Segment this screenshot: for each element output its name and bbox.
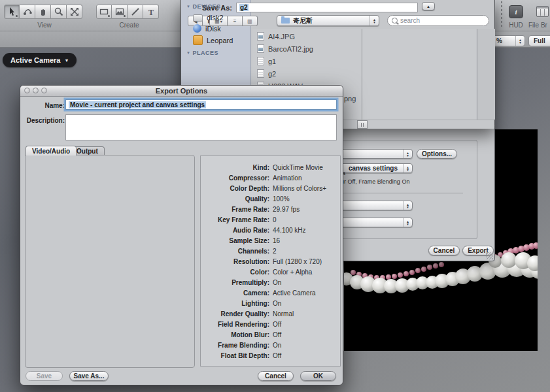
device-icon (193, 35, 203, 45)
close-icon[interactable] (24, 88, 30, 93)
description-field[interactable] (65, 114, 337, 140)
device-name: Leopard (207, 37, 233, 44)
summary-row: Channels: 2 (201, 246, 340, 256)
pink-pearl (439, 262, 444, 267)
preview-column (362, 29, 476, 120)
summary-label: Channels: (201, 248, 269, 255)
zoom-level-value: % (496, 37, 502, 44)
places-header: ▼ PLACES (186, 50, 218, 56)
display-mode-popup[interactable]: Full ▲▼ (528, 35, 550, 46)
pan-hand-tool[interactable] (35, 5, 51, 19)
stepper-arrows-icon: ▲▼ (403, 218, 412, 227)
summary-value: Full (1280 x 720) (273, 258, 322, 265)
hud-button[interactable]: i (509, 5, 523, 18)
list-view-button[interactable]: ≡ (228, 16, 243, 26)
svg-text:T: T (148, 8, 153, 17)
summary-label: Color: (201, 269, 269, 276)
zoom-window-icon[interactable] (41, 88, 47, 93)
summary-value: Animation (273, 174, 301, 182)
summary-label: Field Rendering: (201, 321, 269, 328)
summary-value: Off (273, 331, 281, 338)
device-name: iDisk (205, 25, 221, 33)
summary-row: Camera: Active Camera (201, 287, 340, 298)
create-tool-group: T (96, 5, 159, 19)
summary-row: Compressor: Animation (201, 172, 340, 183)
summary-row: Field Rendering: Off (201, 319, 340, 329)
zoom-tool[interactable] (51, 5, 67, 19)
video-audio-pane (25, 155, 195, 368)
summary-label: Color Depth: (201, 185, 269, 192)
file-icon (257, 69, 264, 78)
collapse-sheet-button[interactable]: ▲ (422, 2, 435, 10)
hud-icon: i (509, 5, 523, 18)
ok-button[interactable]: OK (300, 371, 336, 381)
column-resize-handle[interactable] (357, 120, 368, 129)
summary-value: 44.100 kHz (273, 227, 306, 234)
devices-header: ▼ DEVICES (186, 3, 220, 10)
pink-pearl (392, 274, 397, 279)
resize-grip[interactable] (486, 252, 493, 259)
summary-label: Float Bit Depth: (201, 352, 269, 359)
name-field[interactable]: Movie - current project and canvas setti… (65, 99, 337, 110)
summary-label: Premultiply: (201, 279, 269, 286)
summary-value: QuickTime Movie (273, 164, 323, 171)
sidebar-device-item[interactable]: Leopard (193, 35, 233, 45)
dialog-titlebar[interactable]: Export Options (20, 86, 343, 97)
device-icon (193, 14, 203, 22)
column-view-icon: ▥ (247, 18, 252, 24)
file-icon (257, 32, 264, 41)
options-button[interactable]: Options... (417, 149, 457, 159)
summary-value: On (273, 279, 281, 286)
pink-pearl (404, 271, 409, 276)
stepper-arrows-icon: ▲▼ (403, 164, 412, 172)
file-browser-button[interactable] (535, 5, 549, 18)
bezier-tool[interactable] (20, 5, 35, 19)
save-button: Save (26, 371, 63, 381)
summary-label: Lighting: (201, 300, 269, 307)
file-row[interactable]: g2 (252, 67, 361, 80)
sidebar-device-item[interactable]: disk2 (193, 13, 224, 22)
summary-label: Frame Blending: (201, 342, 269, 349)
shape-tool[interactable] (112, 5, 128, 19)
save-as-button[interactable]: Save As... (69, 371, 109, 381)
view-group-label: View (4, 22, 85, 29)
pink-pearl (427, 265, 432, 270)
file-name: BarcoATI2.jpg (268, 45, 313, 53)
rectangle-tool[interactable] (96, 5, 112, 19)
file-row[interactable]: BarcoATI2.jpg (252, 42, 361, 55)
column-view-button[interactable]: ▥ (243, 16, 258, 26)
device-icon (193, 24, 201, 33)
summary-value: Color + Alpha (273, 269, 312, 276)
sidebar-device-item[interactable]: iDisk (193, 24, 221, 33)
summary-label: Render Quality: (201, 310, 269, 318)
select-arrow-tool[interactable] (4, 5, 20, 19)
view-tool-group (4, 5, 82, 19)
transform-tool[interactable] (67, 5, 82, 19)
cancel-button[interactable]: Cancel (258, 371, 294, 381)
summary-row: Key Frame Rate: 0 (201, 214, 340, 225)
summary-row: Sample Size: 16 (201, 235, 340, 246)
location-popup[interactable]: 奇尼斯 ▲▼ (277, 15, 379, 26)
file-row[interactable]: g1 (252, 55, 361, 67)
stepper-arrows-icon: ▲▼ (403, 150, 412, 158)
summary-row: Render Quality: Normal (201, 308, 340, 319)
summary-row: Premultiply: On (201, 277, 340, 287)
active-camera-popup[interactable]: Active Camera ▼ (3, 53, 77, 67)
export-use-value: canvas settings (349, 165, 398, 172)
text-tool[interactable]: T (143, 5, 159, 19)
search-icon (392, 18, 398, 24)
search-field[interactable]: search (387, 15, 489, 26)
pink-pearl (533, 242, 538, 249)
summary-row: Color: Color + Alpha (201, 267, 340, 277)
filename-field[interactable]: g2 (236, 3, 418, 12)
line-tool[interactable] (128, 5, 143, 19)
cancel-button[interactable]: Cancel (428, 246, 460, 255)
file-row[interactable]: AI4.JPG (252, 30, 361, 42)
minimize-icon[interactable] (33, 88, 39, 93)
tab-video-audio[interactable]: Video/Audio (26, 146, 77, 155)
stepper-arrows-icon: ▲▼ (370, 16, 379, 25)
summary-value: Normal (273, 310, 294, 318)
summary-label: Camera: (201, 289, 269, 297)
scrollbar-track[interactable] (477, 29, 495, 120)
folder-icon (281, 18, 290, 24)
